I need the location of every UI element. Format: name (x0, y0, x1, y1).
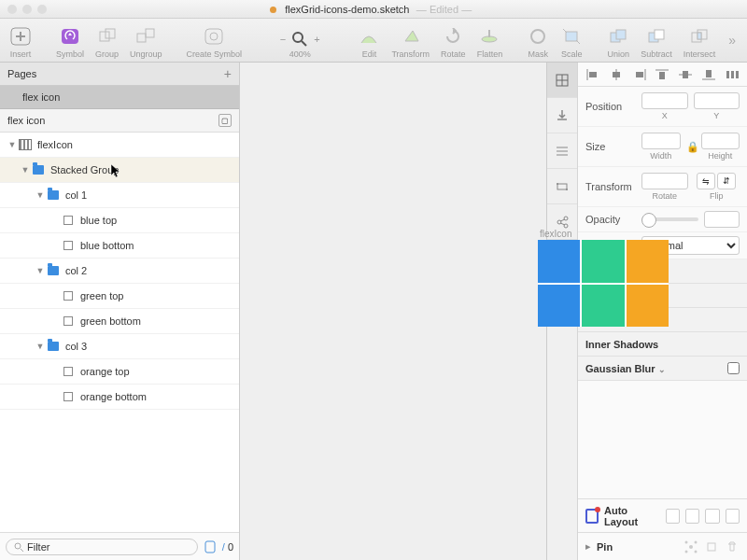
symbol-button[interactable]: Symbol (52, 19, 88, 62)
create-symbol-button[interactable]: Create Symbol (183, 19, 247, 62)
rotate-input[interactable] (641, 173, 688, 189)
distribute-h-icon[interactable] (725, 68, 740, 81)
layer-row[interactable]: orange bottom (0, 385, 239, 410)
al-btn-3[interactable] (705, 509, 719, 524)
pin-constraint-icon[interactable] (704, 539, 719, 554)
cell-green-bottom[interactable] (582, 285, 624, 328)
transform-button[interactable]: Transform (388, 19, 433, 62)
filter-input[interactable]: Filter (6, 539, 198, 555)
svg-point-56 (689, 545, 693, 549)
lock-icon[interactable]: 🔒 (686, 141, 696, 153)
size-row: Size Width 🔒 Height (578, 127, 747, 167)
align-right-icon[interactable] (632, 68, 647, 81)
x-input[interactable] (641, 92, 688, 109)
tab-design[interactable] (547, 63, 577, 98)
height-input[interactable] (701, 133, 740, 149)
close-dot[interactable] (7, 5, 17, 14)
svg-point-60 (695, 550, 698, 553)
layer-name: orange top (80, 366, 130, 377)
canvas[interactable]: flexIcon (240, 63, 546, 560)
svg-rect-44 (613, 72, 620, 77)
flip-h-button[interactable]: ⇋ (697, 173, 715, 189)
edit-button[interactable]: Edit (354, 19, 384, 62)
layers-panel: Pages + flex icon flex icon ▢ ▼flexIcon▼… (0, 63, 240, 560)
opacity-value[interactable] (704, 211, 740, 228)
svg-point-34 (557, 183, 558, 185)
artboard-label[interactable]: flexIcon (540, 229, 571, 239)
disclosure-icon[interactable]: ▼ (7, 140, 17, 149)
ungroup-button[interactable]: Ungroup (126, 19, 166, 62)
y-input[interactable] (694, 92, 740, 109)
al-btn-4[interactable] (726, 509, 740, 524)
traffic-lights[interactable] (7, 5, 47, 14)
align-top-icon[interactable] (655, 68, 669, 81)
mirror-icon[interactable] (204, 540, 217, 553)
scale-button[interactable]: Scale (557, 19, 586, 62)
page-item[interactable]: flex icon (0, 86, 239, 109)
layer-row[interactable]: orange top (0, 359, 239, 385)
insert-button[interactable]: Insert (6, 19, 35, 62)
subtract-button[interactable]: Subtract (637, 19, 676, 62)
layer-row[interactable]: green top (0, 284, 239, 309)
layer-row[interactable]: ▼col 1 (0, 183, 239, 208)
opacity-slider[interactable] (641, 217, 698, 221)
cell-green-top[interactable] (582, 240, 624, 283)
tab-export[interactable] (547, 98, 577, 133)
align-vcenter-icon[interactable] (678, 68, 693, 81)
zoom-in-icon[interactable]: + (314, 34, 319, 45)
blur-checkbox[interactable] (727, 362, 740, 374)
layer-row[interactable]: ▼col 2 (0, 259, 239, 284)
pin-grid-icon[interactable] (684, 539, 698, 554)
align-bottom-icon[interactable] (701, 68, 716, 81)
layer-row[interactable]: blue bottom (0, 233, 239, 259)
disclosure-icon[interactable]: ▼ (35, 190, 45, 200)
flatten-button[interactable]: Flatten (473, 19, 507, 62)
cell-orange-top[interactable] (627, 240, 669, 283)
tab-resize[interactable] (547, 169, 577, 204)
layer-row[interactable]: blue top (0, 208, 239, 233)
add-page-button[interactable]: + (224, 66, 232, 81)
breadcrumb[interactable]: flex icon ▢ (0, 109, 239, 133)
tab-align[interactable] (547, 133, 577, 169)
align-hcenter-icon[interactable] (609, 68, 624, 81)
disclosure-icon[interactable]: ▼ (35, 342, 45, 351)
folder-icon (47, 189, 60, 201)
artboard[interactable] (538, 240, 669, 327)
layer-name: col 1 (65, 189, 87, 201)
svg-rect-23 (698, 33, 701, 39)
al-btn-2[interactable] (685, 509, 699, 524)
layer-row[interactable]: green bottom (0, 309, 239, 334)
pin-trash-icon[interactable] (725, 539, 740, 554)
folder-icon (47, 341, 60, 352)
rotate-button[interactable]: Rotate (437, 19, 470, 62)
gaussian-blur-section[interactable]: Gaussian Blur ⌄ (578, 357, 747, 381)
layer-row[interactable]: ▼Stacked Group (0, 158, 239, 183)
zoom-control[interactable]: − + 400% (276, 19, 324, 62)
auto-layout-icon[interactable] (585, 509, 599, 524)
disclosure-icon[interactable]: ▼ (35, 266, 45, 275)
flip-v-button[interactable]: ⇵ (717, 173, 736, 189)
width-input[interactable] (641, 133, 681, 149)
zoom-out-icon[interactable]: − (280, 34, 286, 45)
al-btn-1[interactable] (666, 509, 680, 524)
pin-expand-icon[interactable]: ▸ (585, 540, 591, 553)
intersect-button[interactable]: Intersect (680, 19, 720, 62)
rect-icon (62, 315, 75, 327)
svg-rect-20 (655, 30, 664, 39)
minimize-dot[interactable] (22, 5, 32, 14)
disclosure-icon[interactable]: ▼ (21, 165, 30, 175)
cell-orange-bottom[interactable] (627, 285, 669, 328)
toolbar-overflow-icon[interactable]: » (723, 19, 741, 62)
layer-name: col 3 (65, 341, 87, 352)
union-button[interactable]: Union (603, 19, 633, 62)
zoom-dot[interactable] (37, 5, 47, 14)
cell-blue-top[interactable] (538, 240, 580, 283)
cell-blue-bottom[interactable] (538, 285, 580, 328)
mask-button[interactable]: Mask (523, 19, 553, 62)
layer-row[interactable]: ▼col 3 (0, 334, 239, 359)
group-button[interactable]: Group (92, 19, 122, 62)
layer-row[interactable]: ▼flexIcon (0, 133, 239, 158)
inner-shadows-section[interactable]: Inner Shadows (578, 332, 747, 357)
artboard-jump-icon[interactable]: ▢ (218, 114, 232, 127)
align-left-icon[interactable] (585, 68, 600, 81)
